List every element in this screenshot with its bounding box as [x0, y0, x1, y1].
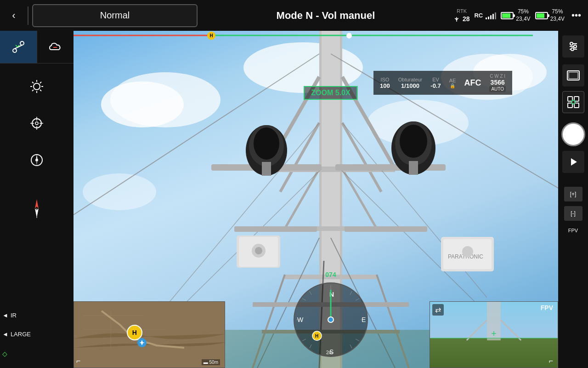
fpv-label: FPV [541, 304, 553, 311]
brightness-button[interactable] [21, 70, 53, 103]
rc-indicator: RC [474, 12, 496, 19]
svg-line-2 [455, 18, 456, 19]
zoom-plus-button[interactable]: [+] [564, 187, 582, 201]
iso-param: ISO 100 [380, 77, 390, 89]
sidebar-top-buttons [0, 31, 74, 63]
iso-label: ISO [380, 77, 389, 82]
rtk-count: 28 [463, 15, 470, 23]
svg-text:W: W [297, 316, 304, 323]
map-drone-marker [137, 338, 147, 347]
track-icon [567, 96, 580, 109]
battery1-indicator: 75% 23,4V [501, 8, 530, 23]
timeline-green [211, 35, 533, 36]
svg-point-80 [20, 41, 24, 45]
svg-line-89 [40, 82, 41, 83]
north-arrow-icon [28, 198, 45, 218]
capture-button[interactable] [561, 122, 585, 146]
play-button[interactable] [562, 151, 584, 173]
signal-bar-2 [488, 17, 489, 19]
ir-arrow: ◄ [2, 312, 8, 319]
ae-param: AE 🔒 [449, 78, 456, 88]
svg-text:2m: 2m [326, 350, 333, 355]
signal-bar-4 [492, 14, 494, 19]
map-left-labels: ◄ IR ◄ LARGE ◇ [0, 301, 74, 368]
battery2-icon [535, 12, 548, 19]
heading-value: 074 [325, 271, 336, 278]
fpv-inset[interactable]: FPV ⇄ ⌐ [430, 301, 558, 368]
satellite-icon [454, 16, 461, 22]
svg-point-107 [571, 48, 574, 51]
back-button[interactable]: ‹ [0, 0, 28, 31]
settings-button[interactable] [562, 35, 584, 58]
large-label: LARGE [11, 331, 31, 338]
svg-line-3 [457, 18, 458, 19]
diamond-button[interactable]: ◇ [2, 350, 7, 357]
svg-point-106 [574, 45, 577, 48]
battery2-fill [537, 13, 545, 18]
compass-nav-icon [28, 152, 45, 168]
zoom-minus-button[interactable]: [-] [564, 206, 582, 221]
svg-line-19 [342, 169, 377, 229]
crosshair-icon [28, 115, 45, 132]
mode-count: 3566 [491, 79, 505, 86]
compass: N S W E H 2m [292, 281, 370, 359]
signal-bars [486, 12, 496, 19]
top-right-indicators: RTK 28 RC [454, 8, 583, 23]
map-inset[interactable]: H ⌐ ▬ 50m [74, 301, 225, 368]
rtk-indicator: RTK 28 [454, 8, 470, 23]
cloud-button[interactable] [37, 31, 74, 63]
svg-text:E: E [362, 316, 366, 323]
battery1-text: 75% 23,4V [516, 8, 530, 23]
svg-point-79 [13, 49, 17, 52]
rtk-label: RTK [454, 8, 470, 14]
mode-button[interactable]: Normal [32, 4, 198, 27]
large-button[interactable]: ◄ LARGE [2, 331, 31, 338]
svg-line-18 [285, 169, 319, 229]
screen-button[interactable] [562, 64, 584, 86]
afc-label[interactable]: AFC [464, 78, 481, 88]
track-button[interactable] [562, 91, 584, 113]
fpv-right-label: FPV [568, 228, 578, 233]
north-button[interactable] [21, 192, 53, 224]
ev-value: -0.7 [430, 82, 441, 89]
shutter-value: 1/1000 [401, 82, 419, 89]
top-bar: ‹ Normal Mode N - Vol manuel RTK 28 RC [0, 0, 588, 31]
svg-point-105 [570, 42, 573, 45]
svg-point-114 [571, 100, 575, 104]
swap-button[interactable]: ⇄ [432, 304, 444, 316]
battery1-icon [501, 12, 514, 19]
svg-point-82 [34, 83, 40, 90]
svg-rect-40 [345, 226, 427, 232]
camera-settings: ISO 100 Obturateur 1/1000 EV -0.7 AE 🔒 A… [373, 71, 512, 95]
ev-label: EV [432, 77, 439, 82]
battery2-percent: 75% [550, 8, 565, 16]
svg-marker-115 [571, 158, 577, 166]
route-button[interactable] [0, 31, 37, 63]
svg-rect-34 [262, 162, 271, 176]
svg-line-123 [501, 320, 521, 340]
svg-point-11 [83, 173, 156, 210]
fpv-tower-svg [430, 302, 558, 368]
ae-lock: 🔒 [450, 83, 455, 88]
signal-bar-3 [490, 15, 492, 19]
svg-line-87 [32, 82, 34, 83]
svg-marker-99 [35, 199, 39, 208]
compass-button[interactable] [21, 144, 53, 176]
right-panel: [+] [-] FPV [558, 31, 588, 368]
svg-point-44 [255, 247, 262, 254]
signal-bar-5 [495, 12, 496, 19]
ae-label: AE [449, 78, 456, 83]
screen-icon [567, 70, 580, 80]
more-button[interactable]: ••• [569, 8, 583, 23]
ir-button[interactable]: ◄ IR [2, 312, 17, 319]
fpv-corner-icon: ⌐ [549, 357, 553, 365]
route-icon [11, 40, 26, 54]
auto-badge: AUTO [489, 86, 506, 92]
map-corner-icon: ⌐ [76, 357, 80, 365]
crosshair-button[interactable] [21, 107, 53, 139]
timeline-white-dot [346, 33, 352, 38]
timeline-track: H [74, 35, 533, 36]
cam-mode-block: C W Z I 3566 AUTO [489, 74, 506, 92]
svg-line-122 [467, 320, 487, 340]
play-icon [569, 157, 578, 167]
